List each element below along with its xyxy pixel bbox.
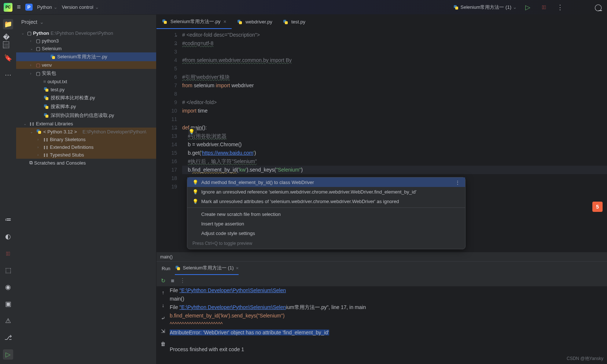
- services-icon[interactable]: ◉: [3, 282, 13, 292]
- tree-label: 搜索脚本.py: [51, 103, 76, 110]
- tree-item[interactable]: 授权脚本比对检查.py: [16, 93, 156, 102]
- intention-text: Create new scratch file from selection: [201, 212, 460, 217]
- tree-chevron[interactable]: ›: [30, 39, 34, 43]
- database-icon[interactable]: ⬚: [3, 265, 13, 275]
- intention-popup: 💡Add method find_element_by_id() to clas…: [187, 177, 466, 249]
- python-icon: [162, 19, 168, 25]
- run-tool-icon[interactable]: ▷: [3, 349, 13, 360]
- left-tool-rail: 📁 �⿳ 🔖 ⋯ ≔ ◐ ⬤⃝ ⬚ ◉ ▣ ⚠ ⎇ ▷: [0, 15, 16, 364]
- tree-item[interactable]: ›⫿⫿Typeshed Stubs: [16, 151, 156, 159]
- down-icon[interactable]: ↓: [162, 301, 165, 310]
- terminal-icon[interactable]: ▣: [3, 299, 13, 309]
- more-icon[interactable]: ⋮: [455, 180, 460, 185]
- tree-chevron[interactable]: ›: [37, 153, 42, 157]
- vcs-tool-icon[interactable]: ⎇: [3, 332, 13, 343]
- tree-item[interactable]: 搜索脚本.py: [16, 102, 156, 111]
- wrap-icon[interactable]: ⤶: [161, 314, 165, 323]
- tree-item[interactable]: Selenium常用方法一.py: [16, 52, 156, 61]
- bookmarks-tool-icon[interactable]: 🔖: [3, 53, 13, 63]
- export-icon[interactable]: ⇲: [161, 327, 165, 335]
- tree-chevron[interactable]: ⌄: [30, 47, 34, 51]
- main-menu-icon[interactable]: ≡: [17, 3, 21, 11]
- trash-icon[interactable]: 🗑: [161, 340, 166, 348]
- project-panel: Project ⌄ ⌄ ▢ Python E:\Pyhthon Develope…: [16, 15, 157, 364]
- project-badge[interactable]: P: [25, 4, 33, 11]
- python-icon: [43, 95, 49, 101]
- tree-item[interactable]: ›⫿⫿Binary Skeletons: [16, 136, 156, 143]
- tree-chevron[interactable]: ›: [30, 63, 34, 67]
- run-config-tab[interactable]: Selenium常用方法一 (1) ×: [175, 262, 239, 275]
- tree-item[interactable]: ›▢python3: [16, 37, 156, 45]
- todo-icon[interactable]: ≔: [3, 214, 13, 225]
- run-subtabs: Run Selenium常用方法一 (1) ×: [157, 262, 607, 275]
- tree-item[interactable]: ›▢安装包: [16, 69, 156, 78]
- more-icon[interactable]: ⋮: [180, 277, 185, 284]
- tree-item[interactable]: test.py: [16, 85, 156, 93]
- intention-hint: Press Ctrl+Q to toggle preview: [187, 238, 465, 249]
- debug-tool-icon[interactable]: ⬤⃝: [3, 248, 13, 258]
- tree-path: E:\Pyhthon Developer\Python\: [82, 129, 146, 135]
- run-button[interactable]: ▷: [523, 2, 533, 12]
- pycharm-logo: PC: [4, 3, 12, 12]
- debug-button[interactable]: ⬤⃝: [539, 2, 549, 12]
- tree-chevron[interactable]: ›: [37, 145, 42, 149]
- chevron-down-icon: ⌄: [40, 19, 44, 25]
- tree-chevron[interactable]: ›: [30, 71, 34, 76]
- editor-tab[interactable]: webdriver.py: [232, 15, 277, 29]
- intention-item[interactable]: Insert type assertion: [187, 219, 465, 228]
- intention-bulb[interactable]: 💡⌄: [189, 128, 197, 136]
- more-tools-icon[interactable]: ⋯: [3, 70, 13, 80]
- project-tool-icon[interactable]: 📁: [3, 19, 13, 29]
- project-selector[interactable]: Python ⌄: [37, 4, 57, 10]
- rerun-icon[interactable]: ↻: [161, 277, 166, 284]
- chevron-down-icon[interactable]: ⌄: [21, 31, 26, 35]
- intention-item[interactable]: 💡Add method find_element_by_id() to clas…: [187, 177, 465, 187]
- close-icon[interactable]: ×: [236, 265, 239, 271]
- python-icon: [175, 265, 181, 271]
- tree-item[interactable]: ›⫿⫿Extended Definitions: [16, 143, 156, 151]
- tree-item[interactable]: ›▢venv: [16, 61, 156, 69]
- tree-chevron[interactable]: ›: [37, 137, 42, 141]
- tree-item[interactable]: ⌄▢Selenium: [16, 45, 156, 52]
- editor-tab[interactable]: Selenium常用方法一.py×: [157, 15, 232, 29]
- intention-item[interactable]: 💡Ignore an unresolved reference 'seleniu…: [187, 187, 465, 196]
- top-bar: PC ≡ P Python ⌄ Version control ⌄ Seleni…: [0, 0, 607, 15]
- breadcrumb[interactable]: main(): [157, 252, 607, 261]
- tree-label: Selenium: [42, 46, 62, 51]
- tree-item[interactable]: ≡output.txt: [16, 78, 156, 85]
- stop-icon[interactable]: ■: [171, 277, 174, 284]
- tree-label: < Python 3.12 >: [43, 129, 77, 135]
- editor-tab[interactable]: test.py: [277, 15, 310, 29]
- project-header[interactable]: Project ⌄: [16, 15, 156, 29]
- tree-item[interactable]: 深圳协议回购合约信息读取.py: [16, 111, 156, 120]
- tree-root[interactable]: ⌄ ▢ Python E:\Pyhthon Developer\Python: [16, 29, 156, 37]
- run-output[interactable]: ↑ ↓ ⤶ ⇲ 🗑 File "E:\Pyhthon Developer\Pyt…: [157, 286, 607, 364]
- intention-text: Ignore an unresolved reference 'selenium…: [201, 189, 460, 195]
- intention-item[interactable]: 💡Mark all unresolved attributes of 'sele…: [187, 196, 465, 206]
- intention-item[interactable]: Adjust code style settings: [187, 228, 465, 238]
- vcs-menu[interactable]: Version control ⌄: [62, 4, 99, 10]
- up-icon[interactable]: ↑: [162, 288, 165, 297]
- tree-item[interactable]: ⌄< Python 3.12 > E:\Pyhthon Developer\Py…: [16, 128, 156, 136]
- python-console-icon[interactable]: ◐: [3, 231, 13, 242]
- library-icon: ⫿⫿: [43, 144, 48, 150]
- structure-tool-icon[interactable]: �⿳: [3, 36, 13, 46]
- problems-icon[interactable]: ⚠: [3, 316, 13, 326]
- tree-label: 安装包: [42, 70, 56, 77]
- tree-label: Selenium常用方法一.py: [57, 54, 107, 60]
- close-icon[interactable]: ×: [224, 19, 227, 25]
- tree-item[interactable]: ⧉Scratches and Consoles: [16, 159, 156, 167]
- tree-chevron[interactable]: ⌄: [30, 130, 34, 134]
- more-icon[interactable]: ⋮: [555, 2, 565, 12]
- tree-item[interactable]: ⌄⫿⫿External Libraries: [16, 120, 156, 128]
- tree-chevron[interactable]: ⌄: [23, 122, 28, 126]
- right-rail: 5: [592, 202, 606, 212]
- run-config-selector[interactable]: Selenium常用方法一 (1) ⌄: [453, 4, 517, 11]
- intention-item[interactable]: Create new scratch file from selection: [187, 209, 465, 219]
- html-preview-icon[interactable]: 5: [592, 202, 603, 212]
- python-icon: [237, 19, 243, 25]
- scratch-icon: ⧉: [29, 160, 33, 166]
- account-icon[interactable]: ◯̲: [593, 2, 603, 12]
- run-toolbar: ↻ ■ ⋮: [157, 275, 607, 286]
- run-tab[interactable]: Run: [162, 262, 170, 275]
